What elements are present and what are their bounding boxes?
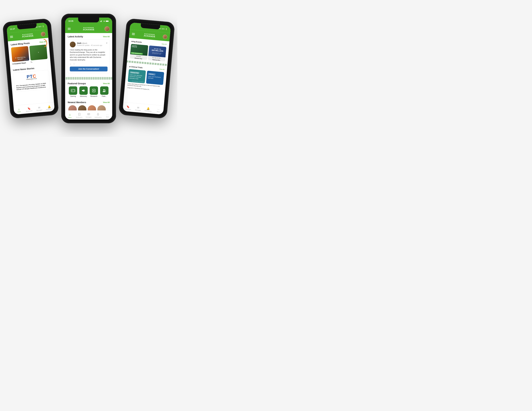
activity-viewall[interactable]: View All <box>103 36 110 37</box>
events-row-right: seaseDaytoday.org RARE DISEASE DAY™ 28 2… <box>130 44 166 62</box>
avatar-left[interactable] <box>41 32 46 37</box>
like-icon[interactable]: ♡ <box>73 63 75 65</box>
member-4[interactable] <box>97 105 106 110</box>
patients-label: Patie... <box>102 95 107 97</box>
nav-more-right[interactable]: ··· More <box>153 107 164 113</box>
trials-row-right: Clinical Trial Learn more about this Duc… <box>128 69 164 85</box>
bookmarks-icon-center <box>78 113 80 116</box>
nav-bookmarks-label-center: Bookmarks <box>76 117 83 118</box>
nav-more-label-right: More <box>157 111 160 113</box>
activity-actions: ○ ♡ <box>70 63 107 65</box>
phone-right: ▲●●WiFi🔋 DUCHENNE XCHANGE <box>118 18 175 119</box>
svg-rect-6 <box>108 21 109 22</box>
advocacy-icon <box>79 86 88 95</box>
event-card-1[interactable]: seaseDaytoday.org RARE DISEASE DAY™ 28 2… <box>130 44 148 60</box>
member-1[interactable] <box>68 105 77 110</box>
trial-card-1[interactable]: Clinical Trial Learn more about this Duc… <box>128 69 146 83</box>
members-section: Newest Members View All <box>65 99 112 110</box>
member-3[interactable]: CUREDUCH <box>88 105 96 110</box>
activity-title: Latest Activity <box>68 35 83 38</box>
event-card-2[interactable]: WE ARE THE300 MILLION RARE DISEASE DAY™2… <box>148 46 167 62</box>
phone-left: 11:17 ▲●●WiFi🔋 DUCHENNE XCHANGE <box>2 18 59 119</box>
phone-center: 10:35 DUCHENNE XCHANGE <box>61 14 116 123</box>
nav-messages-right[interactable]: ✉ Messages <box>133 105 143 111</box>
nav-bookmarks-label-right: Bookmarks <box>125 108 131 110</box>
nav-home-left[interactable]: ⌂ Home <box>14 107 24 113</box>
notifications-icon-left: 🔔 <box>48 105 51 108</box>
nav-home-label-left: Home <box>17 111 21 113</box>
trials-section-right: st Clinical Trials View All Clinical Tri… <box>124 63 167 93</box>
bookmarks-icon-left: 🔖 <box>27 107 31 110</box>
menu-icon-center[interactable] <box>68 28 71 30</box>
blog-post2-title-left: T... <box>31 60 48 63</box>
gaming-label: Gaming <box>70 95 76 97</box>
more-icon-right: ··· <box>157 108 160 111</box>
news-title-left: Latest News Stories <box>13 67 35 71</box>
trial2-badge: Clinica... <box>148 73 156 75</box>
avatar-right[interactable] <box>162 34 167 39</box>
events-section-right: ming Events View All seaseDaytoday.org R… <box>127 38 170 63</box>
trial2-text: Learn more Duchenne dystrophy <box>148 75 162 80</box>
nav-notifications-center[interactable]: Notifications <box>93 112 103 118</box>
post-content: I love reading the blog posts on the Duc… <box>70 49 107 61</box>
group-advocacy[interactable]: Advocacy <box>79 86 88 97</box>
trials-viewall-right[interactable]: View All <box>159 68 164 70</box>
trial1-text: Learn more about this Duchenne muscular … <box>129 74 144 80</box>
nav-bookmarks-center[interactable]: Bookmarks <box>75 112 84 118</box>
nav-messages-center[interactable]: Messages <box>84 112 93 118</box>
nav-messages-left[interactable]: ✉ Messages <box>34 105 45 111</box>
gaming-icon <box>69 86 77 95</box>
member-2[interactable] <box>78 105 86 110</box>
expand-icon[interactable]: ∨ <box>106 42 107 44</box>
nav-notifications-right[interactable]: 🔔 Notifications <box>143 106 154 112</box>
bottom-nav-center: ⌂ Home Bookmarks Messages <box>65 110 112 120</box>
logo-center: DUCHENNE XCHANGE <box>83 27 95 31</box>
groups-grid: Gaming Advocacy <box>68 86 110 97</box>
group-patients[interactable]: Patie... <box>100 86 109 97</box>
nav-notifications-label-right: Notifications <box>144 110 152 112</box>
logo-right: DUCHENNE XCHANGE <box>144 33 156 38</box>
groups-viewall[interactable]: View All <box>103 83 110 84</box>
nav-more-center[interactable]: ··· More <box>103 112 112 118</box>
join-conversation-button[interactable]: Join the Conversation! <box>70 66 107 71</box>
svg-rect-18 <box>87 113 90 115</box>
menu-icon-right[interactable] <box>132 33 135 35</box>
events-viewall-right[interactable]: View All <box>162 43 167 45</box>
deco-center <box>65 77 112 80</box>
nav-home-center[interactable]: ⌂ Home <box>65 112 75 118</box>
messages-icon-left: ✉ <box>38 106 40 109</box>
svg-rect-5 <box>106 21 108 22</box>
logo-left: DUCHENNE XCHANGE <box>22 33 34 38</box>
groups-title: Featured Groups <box>68 82 86 85</box>
menu-icon-left[interactable] <box>10 36 13 38</box>
group-research[interactable]: Research <box>89 86 99 97</box>
home-icon-center: ⌂ <box>69 113 71 116</box>
patients-icon <box>100 86 108 95</box>
events-title-right: ming Events <box>131 40 142 43</box>
comment-icon[interactable]: ○ <box>70 63 71 65</box>
blog-post-title-left: A Grateful Heart <box>12 62 30 65</box>
home-icon-left: ⌂ <box>18 108 20 111</box>
nav-bookmarks-left[interactable]: 🔖 Bookmarks <box>24 106 34 112</box>
news-card-left[interactable]: P T C THERAPEUTICS ™ PTC <box>13 70 50 92</box>
bookmarks-icon-right: 🔖 <box>126 105 130 108</box>
nav-messages-label-left: Messages <box>37 109 42 111</box>
group-gaming[interactable]: Gaming <box>68 86 78 97</box>
nav-notifications-label-left: Notifications <box>46 108 53 110</box>
nav-bookmarks-right[interactable]: 🔖 Bookmarks <box>123 104 133 110</box>
svg-rect-2 <box>101 20 102 22</box>
notch-center <box>78 18 99 22</box>
ptc-logo: P T C THERAPEUTICS ™ <box>26 73 37 81</box>
avatar-center[interactable] <box>104 26 110 31</box>
notifications-icon-right: 🔔 <box>147 107 150 110</box>
trial-card-2[interactable]: Clinica... Learn more Duchenne dystrophy <box>146 71 164 85</box>
nav-notifications-left[interactable]: 🔔 Notifications <box>44 104 55 110</box>
svg-rect-12 <box>82 90 82 91</box>
user-name: Josh <box>77 42 81 44</box>
members-viewall[interactable]: View All <box>103 101 110 103</box>
svg-rect-3 <box>102 20 102 22</box>
scroll-content-center: Latest Activity View All <box>65 33 112 110</box>
user-handle: @josh <box>82 42 87 44</box>
members-row: CUREDUCH <box>68 105 110 110</box>
research-icon <box>90 86 98 95</box>
